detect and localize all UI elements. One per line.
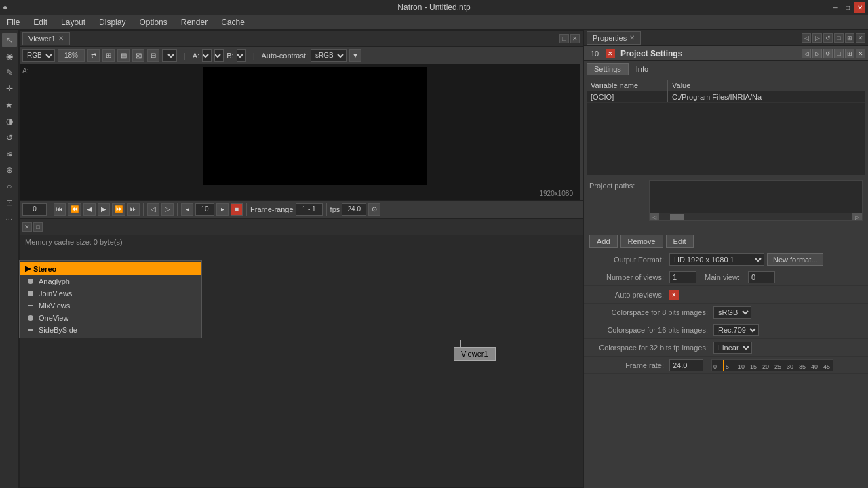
output-format-select[interactable]: HD 1920 x 1080 1 bbox=[669, 253, 764, 266]
menu-edit[interactable]: Edit bbox=[29, 16, 52, 28]
fps-input[interactable] bbox=[342, 203, 366, 216]
add-button[interactable]: Add bbox=[589, 235, 618, 248]
props-left-btn[interactable]: ◁ bbox=[802, 33, 811, 43]
sync-playback-btn[interactable]: ⊙ bbox=[368, 203, 380, 216]
stereo-item-anaglyph[interactable]: Anaglyph bbox=[20, 275, 201, 287]
menu-display[interactable]: Display bbox=[95, 16, 130, 28]
panel-float-btn[interactable]: □ bbox=[559, 34, 569, 43]
play-fwd-btn[interactable]: ▶ bbox=[98, 203, 110, 216]
menu-options[interactable]: Options bbox=[135, 16, 171, 28]
restore-button[interactable]: □ bbox=[842, 2, 853, 13]
mask-btn[interactable]: ▨ bbox=[132, 49, 144, 62]
toolbar-filter[interactable]: ★ bbox=[2, 98, 17, 113]
colorspace-settings-btn[interactable]: ▼ bbox=[349, 49, 361, 62]
toolbar-channel[interactable]: ≋ bbox=[2, 146, 17, 161]
toolbar-paint[interactable]: ✎ bbox=[2, 65, 17, 80]
nav-right-btn[interactable]: ▷ bbox=[812, 49, 822, 58]
panel-close-btn[interactable]: ✕ bbox=[570, 34, 580, 43]
current-frame-input[interactable]: 0 bbox=[22, 203, 47, 216]
stereo-item-oneview[interactable]: OneView bbox=[20, 312, 201, 324]
last-frame-btn[interactable]: ⏭ bbox=[127, 203, 140, 216]
stereo-menu-header[interactable]: ▶ Stereo bbox=[20, 262, 201, 275]
viewer1-node[interactable]: Viewer1 bbox=[454, 347, 496, 361]
properties-tab[interactable]: Properties ✕ bbox=[587, 31, 641, 45]
channel-b-select[interactable] bbox=[237, 49, 246, 62]
play-back-btn[interactable]: ◀ bbox=[83, 203, 96, 216]
toolbar-time[interactable]: ↺ bbox=[2, 130, 17, 145]
props-panel-controls: ◁ ▷ ↺ □ ⊞ ✕ bbox=[802, 33, 865, 43]
clip-btn[interactable]: ▤ bbox=[117, 49, 130, 62]
props-sub-close[interactable]: ✕ bbox=[856, 49, 865, 58]
viewer-channel-select[interactable]: RGB bbox=[22, 49, 55, 62]
auto-previews-close[interactable]: ✕ bbox=[669, 290, 679, 300]
colorspace-select[interactable]: sRGB bbox=[311, 49, 347, 62]
frame-rate-input[interactable] bbox=[669, 359, 703, 371]
colorspace-8bit-select[interactable]: sRGB bbox=[713, 306, 751, 319]
scrollbar-right-btn[interactable]: ▷ bbox=[852, 214, 862, 220]
sync-btn[interactable]: ⇄ bbox=[87, 49, 100, 62]
close-button[interactable]: ✕ bbox=[854, 2, 865, 13]
props-sub-float[interactable]: □ bbox=[834, 49, 844, 58]
settings-subtab[interactable]: Settings bbox=[587, 63, 629, 75]
stereo-item-mixviews[interactable]: MixViews bbox=[20, 300, 201, 312]
first-frame-btn[interactable]: ⏮ bbox=[54, 203, 66, 216]
next-keyframe-btn[interactable]: ▷ bbox=[161, 203, 174, 216]
toolbar-more[interactable]: ··· bbox=[2, 211, 17, 226]
proxy-select[interactable]: 2 bbox=[162, 49, 177, 62]
colorspace-32bit-select[interactable]: Linear bbox=[713, 342, 752, 354]
remove-button[interactable]: Remove bbox=[620, 235, 663, 248]
toolbar-io[interactable]: ○ bbox=[2, 179, 17, 194]
header-close-btn[interactable]: ✕ bbox=[606, 49, 615, 58]
props-max-btn[interactable]: ⊞ bbox=[845, 33, 854, 43]
ng-float-btn[interactable]: □ bbox=[33, 222, 43, 232]
prev-frame-btn[interactable]: ⏪ bbox=[68, 203, 81, 216]
new-format-button[interactable]: New format... bbox=[767, 253, 823, 266]
viewer-tab[interactable]: Viewer1 ✕ bbox=[22, 32, 70, 45]
stop-btn[interactable]: ■ bbox=[231, 203, 243, 216]
menu-layout[interactable]: Layout bbox=[57, 16, 90, 28]
prev-incr-btn[interactable]: ◂ bbox=[181, 203, 193, 216]
props-sub-max[interactable]: ⊞ bbox=[845, 49, 854, 58]
fit-btn[interactable]: ⊞ bbox=[102, 49, 115, 62]
num-views-input[interactable] bbox=[669, 271, 696, 283]
info-subtab[interactable]: Info bbox=[629, 63, 656, 75]
props-refresh-btn[interactable]: ↺ bbox=[823, 33, 833, 43]
nav-left-btn[interactable]: ◁ bbox=[802, 49, 811, 58]
props-close-btn[interactable]: ✕ bbox=[856, 33, 865, 43]
scrollbar-thumb[interactable] bbox=[670, 214, 684, 220]
toolbar-3d[interactable]: ⊡ bbox=[2, 195, 17, 210]
props-right-btn[interactable]: ▷ bbox=[812, 33, 822, 43]
frame-range-input[interactable] bbox=[296, 203, 323, 216]
var-name-cell: [OCIO] bbox=[587, 92, 668, 102]
stereo-item-sidebyside[interactable]: SideBySide bbox=[20, 324, 201, 336]
toolbar-viewer[interactable]: ◉ bbox=[2, 49, 17, 64]
ruler-5: 5 bbox=[726, 363, 729, 370]
edit-button[interactable]: Edit bbox=[666, 235, 694, 248]
main-view-input[interactable] bbox=[748, 271, 775, 283]
nav-refresh-btn[interactable]: ↺ bbox=[823, 49, 833, 58]
menu-file[interactable]: File bbox=[3, 16, 24, 28]
colorspace-16bit-select[interactable]: Rec.709 bbox=[713, 324, 759, 336]
props-tab-close[interactable]: ✕ bbox=[629, 34, 635, 41]
variable-table: Variable name Value [OCIO] C:/Program Fi… bbox=[587, 80, 865, 175]
var-row-ocio[interactable]: [OCIO] C:/Program Files/INRIA/Na bbox=[587, 92, 865, 103]
roi-btn[interactable]: ⊟ bbox=[147, 49, 159, 62]
toolbar-pointer[interactable]: ↖ bbox=[2, 33, 17, 47]
menu-render[interactable]: Render bbox=[177, 16, 212, 28]
menu-cache[interactable]: Cache bbox=[217, 16, 249, 28]
minimize-button[interactable]: ─ bbox=[830, 2, 841, 13]
toolbar-transform[interactable]: ✛ bbox=[2, 81, 17, 96]
incr-input[interactable] bbox=[195, 203, 214, 216]
wipe-select[interactable] bbox=[214, 49, 224, 62]
next-incr-btn[interactable]: ▸ bbox=[216, 203, 229, 216]
scrollbar-left-btn[interactable]: ◁ bbox=[650, 214, 659, 220]
viewer-tab-close[interactable]: ✕ bbox=[58, 35, 64, 42]
ng-close-btn[interactable]: ✕ bbox=[22, 222, 32, 232]
props-float-btn[interactable]: □ bbox=[834, 33, 844, 43]
prev-keyframe-btn[interactable]: ◁ bbox=[147, 203, 159, 216]
toolbar-color[interactable]: ◑ bbox=[2, 114, 17, 129]
toolbar-merge[interactable]: ⊕ bbox=[2, 163, 17, 178]
next-frame-btn[interactable]: ⏩ bbox=[112, 203, 125, 216]
stereo-item-joinviews[interactable]: JoinViews bbox=[20, 287, 201, 300]
channel-a-select[interactable] bbox=[202, 49, 212, 62]
